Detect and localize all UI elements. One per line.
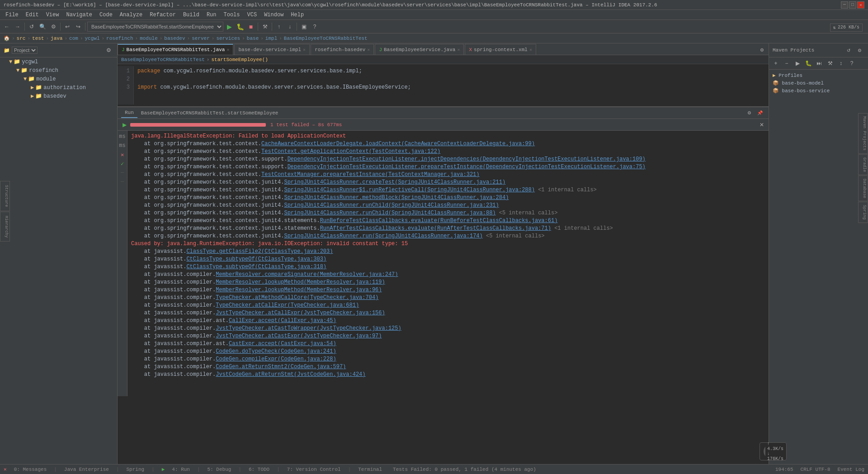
maven-debug-btn[interactable]: 🐛 <box>803 58 813 68</box>
toolbar-refresh-btn[interactable]: ↺ <box>27 22 37 32</box>
nav-java[interactable]: java <box>51 36 62 41</box>
nav-basedev[interactable]: basedev <box>164 36 185 41</box>
tab-spring-context[interactable]: X spring-context.xml ✕ <box>465 44 536 55</box>
nav-services[interactable]: services <box>216 36 240 41</box>
menu-analyze[interactable]: Analyze <box>116 11 146 19</box>
maven-help-btn[interactable]: ? <box>847 58 857 68</box>
code-editor[interactable]: 1 2 3 package com.ycgwl.rosefinch.module… <box>118 64 769 106</box>
status-event-log[interactable]: Event Log <box>838 467 864 472</box>
status-vcs[interactable]: 7: Version Control <box>287 467 341 472</box>
tree-item-module[interactable]: ▼ 📁 module <box>0 75 117 83</box>
menu-code[interactable]: Code <box>96 11 116 19</box>
code-content[interactable]: package com.ycgwl.rosefinch.module.based… <box>134 66 769 104</box>
nav-server[interactable]: server <box>192 36 210 41</box>
status-run[interactable]: 4: Run <box>172 467 190 472</box>
nav-rosefinch[interactable]: rosefinch <box>106 36 133 41</box>
tab-base-employee-service[interactable]: J BaseEmployeeService.java ✕ <box>375 44 464 55</box>
run-side-icon-ms1[interactable]: ms <box>118 133 127 141</box>
breadcrumb-method[interactable]: startSomeEmployee() <box>211 57 268 62</box>
nav-impl[interactable]: impl <box>265 36 277 41</box>
project-settings-btn[interactable]: ⚙ <box>104 45 113 55</box>
menu-refactor[interactable]: Refactor <box>146 11 179 19</box>
nav-com[interactable]: com <box>69 36 78 41</box>
tab-base-employee-test[interactable]: J BaseEmployeeToCRNSRabbitTest.java ✕ <box>118 44 233 55</box>
left-tool-hierarchy[interactable]: Hierarchy <box>0 212 10 242</box>
run-config-dropdown[interactable]: BaseEmployeeToCRNSRabbitTest.startSomeEm… <box>87 22 223 32</box>
status-messages[interactable]: 0: Messages <box>14 467 47 472</box>
toolbar-undo-btn[interactable]: ↩ <box>62 22 72 32</box>
run-close-btn[interactable]: ✕ <box>757 120 767 130</box>
run-side-icon-error[interactable]: ✕ <box>118 151 127 159</box>
side-tool-maven[interactable]: Maven Projects <box>858 113 868 154</box>
run-settings-btn[interactable]: ⚙ <box>744 108 754 118</box>
menu-build[interactable]: Build <box>179 11 203 19</box>
menu-help[interactable]: Help <box>287 11 307 19</box>
nav-base[interactable]: base <box>247 36 259 41</box>
maven-item-bos-service[interactable]: 📦 base-bos-service <box>771 87 866 95</box>
tree-item-authorization[interactable]: ▶ 📁 authorization <box>0 83 117 92</box>
toolbar-search-btn[interactable]: 🔍 <box>38 22 47 32</box>
breadcrumb-class[interactable]: BaseEmployeeToCRNSRabbitTest <box>121 57 205 62</box>
tab-close-5[interactable]: ✕ <box>529 47 532 52</box>
menu-edit[interactable]: Edit <box>22 11 42 19</box>
side-tool-database[interactable]: Database <box>858 175 868 201</box>
tab-close-3[interactable]: ✕ <box>367 47 370 52</box>
side-tool-gradle[interactable]: Gradle <box>858 154 868 175</box>
side-tool-spring[interactable]: Spring <box>858 202 868 223</box>
menu-window[interactable]: Window <box>260 11 287 19</box>
maven-settings-btn[interactable]: ⚙ <box>854 45 864 55</box>
run-rerun-btn[interactable]: ▶ <box>119 120 129 130</box>
status-spring[interactable]: Spring <box>127 467 145 472</box>
nav-test[interactable]: test <box>32 36 44 41</box>
maven-generate-btn[interactable]: ⚒ <box>825 58 835 68</box>
close-btn[interactable]: ✕ <box>857 1 864 9</box>
maven-skip-btn[interactable]: ⏭ <box>814 58 824 68</box>
run-tab-run[interactable]: Run <box>121 108 137 118</box>
maven-remove-btn[interactable]: − <box>782 58 792 68</box>
maven-add-btn[interactable]: + <box>771 58 781 68</box>
tab-close-2[interactable]: ✕ <box>303 47 306 52</box>
nav-ycgwl[interactable]: ycgwl <box>85 36 99 41</box>
nav-src[interactable]: src <box>17 36 26 41</box>
status-java-enterprise[interactable]: Java Enterprise <box>64 467 109 472</box>
menu-navigate[interactable]: Navigate <box>62 11 96 19</box>
minimize-btn[interactable]: ─ <box>841 1 848 9</box>
tab-rosefinch-basedev[interactable]: rosefinch-basedev ✕ <box>311 44 374 55</box>
toolbar-help-btn[interactable]: ? <box>310 22 320 32</box>
toolbar-build-btn[interactable]: ⚒ <box>260 22 270 32</box>
toolbar-forward-btn[interactable]: → <box>13 22 23 32</box>
toolbar-vcs-btn[interactable]: ↑ <box>274 22 284 32</box>
menu-tools[interactable]: Tools <box>220 11 244 19</box>
nav-module[interactable]: module <box>140 36 158 41</box>
nav-project[interactable]: 🏠 <box>4 35 10 41</box>
toolbar-terminal-btn[interactable]: ▣ <box>299 22 309 32</box>
project-dropdown[interactable]: Project <box>12 47 38 54</box>
maven-item-bos-model[interactable]: 📦 base-bos-model <box>771 79 866 87</box>
run-btn[interactable]: ▶ <box>224 22 234 32</box>
status-terminal[interactable]: Terminal <box>358 467 382 472</box>
tab-base-dev-service[interactable]: base-dev-service-impl ✕ <box>234 44 310 55</box>
maximize-btn[interactable]: □ <box>849 1 856 9</box>
tab-close-1[interactable]: ✕ <box>226 47 229 52</box>
maven-refresh-btn[interactable]: ↺ <box>844 45 854 55</box>
status-todo[interactable]: 6: TODO <box>249 467 269 472</box>
toolbar-redo-btn[interactable]: ↪ <box>73 22 83 32</box>
editor-settings-btn[interactable]: ⚙ <box>757 45 767 55</box>
run-side-icon-ms2[interactable]: ms <box>118 142 127 150</box>
nav-class[interactable]: BaseEmployeeToCRNSRabbitTest <box>284 36 368 41</box>
run-pin-btn[interactable]: 📌 <box>755 108 765 118</box>
run-side-icon-ok[interactable]: ✓ <box>118 160 127 168</box>
debug-btn[interactable]: 🐛 <box>235 22 245 32</box>
tree-item-ycgwl[interactable]: ▼ 📁 ycgwl <box>0 57 117 66</box>
toolbar-vcs-update-btn[interactable]: ↓ <box>285 22 295 32</box>
maven-collapse-btn[interactable]: ↕ <box>836 58 846 68</box>
stop-btn[interactable]: ■ <box>246 22 256 32</box>
tree-item-basedev[interactable]: ▶ 📁 basedev <box>0 92 117 100</box>
maven-run-btn[interactable]: ▶ <box>793 58 802 68</box>
left-tool-structure[interactable]: Structure <box>0 181 10 211</box>
maven-item-profiles[interactable]: ▶ Profiles <box>771 71 866 79</box>
tab-close-4[interactable]: ✕ <box>457 47 460 52</box>
menu-vcs[interactable]: VCS <box>244 11 261 19</box>
toolbar-settings-btn[interactable]: ⚙ <box>48 22 58 32</box>
menu-view[interactable]: View <box>42 11 63 19</box>
